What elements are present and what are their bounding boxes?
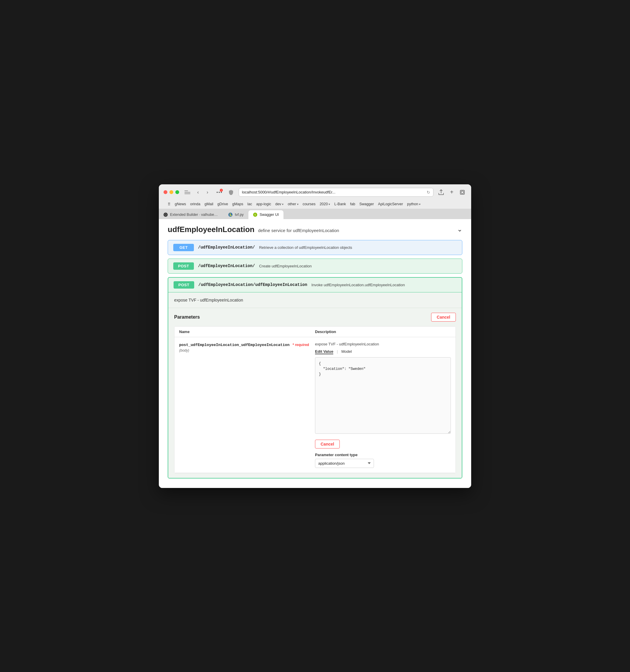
get-badge: GET [173, 244, 194, 251]
tabs-bar: ⬡ Extended Builder · valhuber/ApiLogicSe… [159, 209, 471, 219]
param-required-badge: * required [293, 343, 309, 347]
param-name-group: post_udfEmployeeInLocation_udfEmployeeIn… [179, 342, 315, 347]
collapse-service-icon[interactable]: ⌄ [457, 225, 462, 233]
page-content: udfEmployeeInLocation define service for… [159, 219, 471, 488]
tab-swagger-ui[interactable]: S Swagger UI [249, 210, 283, 219]
forward-button[interactable]: › [203, 188, 212, 196]
chevron-down-icon: ▾ [282, 202, 283, 206]
cancel-top-button[interactable]: Cancel [431, 313, 456, 321]
url-text: localhost:5000/#/udfEmployeeInLocation/I… [242, 190, 425, 194]
python-icon: 🐍 [228, 213, 233, 217]
param-desc-text: expose TVF - udfEmployeeInLocation [315, 342, 451, 346]
json-editor[interactable]: { "location": "Sweden" } [315, 357, 451, 434]
browser-window: ‹ › 1 localhost:5000/#/udfEmployeeInLoca… [159, 184, 471, 488]
new-tab-button[interactable]: + [448, 188, 456, 196]
swagger-icon: S [253, 213, 257, 217]
bookmark-orinda[interactable]: orinda [188, 201, 202, 207]
endpoint-get-header[interactable]: GET /udfEmployeeInLocation/ Retrieve a c… [168, 240, 462, 255]
sidebar-toggle[interactable] [184, 190, 190, 195]
endpoint-get-collection: GET /udfEmployeeInLocation/ Retrieve a c… [168, 240, 462, 255]
parameters-header: Parameters Cancel [174, 313, 456, 321]
chevron-down-icon: ▾ [297, 202, 299, 206]
bookmark-app-logic[interactable]: app-logic [254, 201, 273, 207]
bookmark-gnews[interactable]: ⠿ [166, 201, 172, 207]
bookmark-lbank[interactable]: L-Bank [332, 201, 348, 207]
post-create-path: /udfEmployeeInLocation/ [198, 264, 255, 268]
tab-swagger-label: Swagger UI [260, 213, 279, 217]
bookmark-gmail[interactable]: gMail [203, 201, 215, 207]
url-bar[interactable]: localhost:5000/#/udfEmployeeInLocation/I… [239, 188, 434, 197]
param-name-cell: post_udfEmployeeInLocation_udfEmployeeIn… [179, 342, 315, 468]
chevron-down-icon: ▾ [329, 202, 330, 206]
post-create-desc: Create udfEmployeeInLocation [259, 264, 312, 268]
post-invoke-path: /udfEmployeeInLocation/udfEmployeeInLoca… [198, 282, 307, 287]
params-table: Name Description post_udfEmployeeInLocat… [174, 326, 456, 473]
params-table-row: post_udfEmployeeInLocation_udfEmployeeIn… [174, 337, 456, 473]
tab-tvf[interactable]: 🐍 tvf.py [224, 210, 249, 219]
traffic-lights [164, 190, 179, 194]
bookmark-swagger[interactable]: Swagger [357, 201, 375, 207]
bookmark-gdrive[interactable]: gDrive [216, 201, 230, 207]
model-tab[interactable]: Model [342, 349, 352, 354]
bookmark-python[interactable]: python ▾ [405, 201, 423, 207]
shield-button[interactable] [227, 188, 235, 196]
content-type-label: Parameter content type [315, 453, 451, 457]
toolbar-right: + [437, 188, 466, 196]
svg-rect-1 [461, 191, 464, 193]
bookmark-2020[interactable]: 2020 ▾ [318, 201, 332, 207]
endpoint-post-create-header[interactable]: POST /udfEmployeeInLocation/ Create udfE… [168, 259, 462, 273]
get-path: /udfEmployeeInLocation/ [198, 245, 255, 250]
param-desc-cell: expose TVF - udfEmployeeInLocation Edit … [315, 342, 451, 468]
endpoint-post-invoke: POST /udfEmployeeInLocation/udfEmployeeI… [168, 277, 462, 479]
svg-rect-0 [460, 190, 464, 194]
col-name-header: Name [179, 330, 315, 334]
tab-tvf-label: tvf.py [235, 213, 244, 217]
service-subtitle: define service for udfEmployeeInLocation [258, 228, 339, 233]
edit-value-tabs: Edit Value | Model [315, 349, 451, 354]
parameters-title: Parameters [174, 314, 200, 320]
share-button[interactable] [437, 188, 445, 196]
content-type-section: Parameter content type application/json [315, 453, 451, 468]
tab-wiki-label: Extended Builder · valhuber/ApiLogicServ… [170, 213, 219, 217]
param-name: post_udfEmployeeInLocation_udfEmployeeIn… [179, 343, 289, 347]
refresh-button[interactable]: ↻ [427, 190, 430, 195]
content-type-select[interactable]: application/json [315, 459, 374, 468]
get-desc: Retrieve a collection of udfEmployeeInLo… [259, 245, 352, 250]
github-icon: ⬡ [164, 213, 168, 217]
bookmark-courses[interactable]: courses [301, 201, 317, 207]
bookmark-apilogicserver[interactable]: ApiLogicServer [376, 201, 405, 207]
dots-menu-button[interactable]: 1 [215, 188, 224, 196]
tab-divider: | [337, 349, 338, 354]
service-title-group: udfEmployeeInLocation define service for… [168, 225, 339, 234]
col-desc-header: Description [315, 330, 451, 334]
endpoint-post-invoke-header[interactable]: POST /udfEmployeeInLocation/udfEmployeeI… [168, 278, 462, 292]
bookmarks-bar: ⠿ gNews orinda gMail gDrive gMaps lac ap… [164, 200, 466, 209]
expose-text: expose TVF - udfEmployeeInLocation [168, 292, 462, 308]
swagger-container: udfEmployeeInLocation define service for… [159, 219, 471, 488]
bookmark-gmaps[interactable]: gMaps [230, 201, 245, 207]
bookmark-dev[interactable]: dev ▾ [274, 201, 285, 207]
edit-value-tab[interactable]: Edit Value [315, 349, 333, 354]
bookmark-fab[interactable]: fab [348, 201, 357, 207]
nav-arrows: ‹ › [194, 188, 212, 196]
back-button[interactable]: ‹ [194, 188, 202, 196]
param-type: (body) [179, 349, 315, 353]
parameters-section: Parameters Cancel Name Description [168, 308, 462, 478]
tab-wiki[interactable]: ⬡ Extended Builder · valhuber/ApiLogicSe… [159, 210, 224, 219]
cancel-bottom-button[interactable]: Cancel [315, 440, 340, 449]
bookmark-other[interactable]: other ▾ [286, 201, 300, 207]
bookmark-gnews-label[interactable]: gNews [173, 201, 188, 207]
notification-badge: 1 [220, 189, 223, 192]
endpoint-post-create: POST /udfEmployeeInLocation/ Create udfE… [168, 259, 462, 273]
chevron-down-icon: ▾ [419, 202, 420, 206]
bookmark-lac[interactable]: lac [246, 201, 254, 207]
maximize-button[interactable] [175, 190, 179, 194]
cancel-bottom-container: Cancel [315, 435, 451, 449]
tabs-button[interactable] [458, 188, 466, 196]
service-title: udfEmployeeInLocation [168, 225, 255, 234]
close-button[interactable] [164, 190, 167, 194]
endpoint-expanded-section: expose TVF - udfEmployeeInLocation Param… [168, 292, 462, 478]
post-invoke-badge: POST [173, 281, 194, 289]
minimize-button[interactable] [169, 190, 173, 194]
params-table-header: Name Description [174, 327, 456, 337]
